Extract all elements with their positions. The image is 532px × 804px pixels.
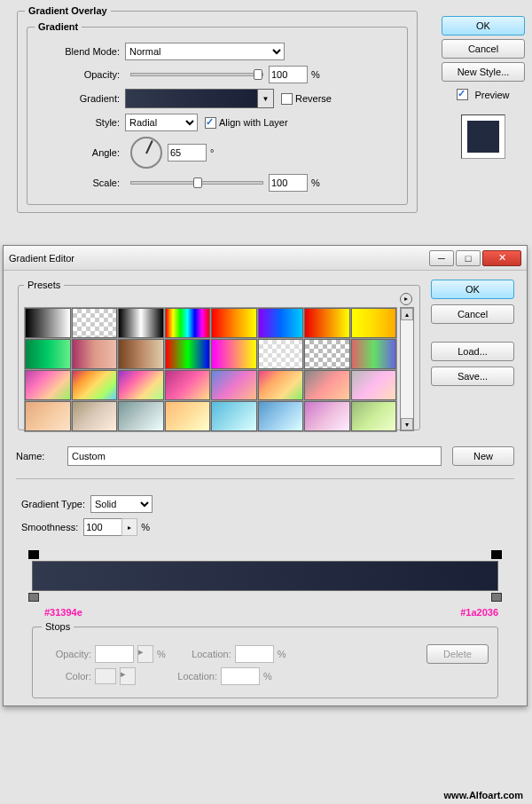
preset-swatch[interactable] — [118, 339, 164, 369]
preset-swatch[interactable] — [118, 370, 164, 400]
preset-swatch[interactable] — [72, 370, 118, 400]
preset-swatch[interactable] — [72, 339, 118, 369]
scale-input[interactable] — [269, 174, 308, 192]
preset-swatch[interactable] — [351, 308, 397, 338]
color-stop-left[interactable] — [28, 593, 39, 603]
ok-button[interactable]: OK — [442, 16, 525, 35]
angle-knob[interactable] — [130, 137, 162, 169]
preset-swatch[interactable] — [165, 339, 211, 369]
preset-swatch[interactable] — [25, 308, 71, 338]
preset-grid[interactable] — [24, 307, 397, 432]
stops-opacity-label: Opacity: — [42, 649, 91, 659]
align-label: Align with Layer — [219, 117, 288, 128]
reverse-label: Reverse — [295, 93, 332, 104]
preset-swatch[interactable] — [351, 401, 397, 431]
preset-swatch[interactable] — [165, 401, 211, 431]
preset-swatch[interactable] — [258, 308, 304, 338]
preset-swatch[interactable] — [211, 308, 257, 338]
preset-swatch[interactable] — [118, 401, 164, 431]
stops-delete-button[interactable]: Delete — [426, 644, 489, 664]
preset-swatch[interactable] — [258, 401, 304, 431]
align-checkbox[interactable] — [205, 117, 216, 129]
titlebar[interactable]: Gradient Editor ─ □ ✕ — [4, 246, 527, 271]
presets-flyout-icon[interactable]: ▸ — [400, 293, 412, 305]
preset-swatch[interactable] — [304, 339, 350, 369]
preset-swatch[interactable] — [351, 339, 397, 369]
preset-swatch[interactable] — [72, 401, 118, 431]
stops-location2-input[interactable] — [221, 667, 260, 685]
preview-swatch — [467, 121, 499, 153]
preset-swatch[interactable] — [165, 370, 211, 400]
stops-color-swatch[interactable] — [95, 668, 116, 684]
window-title: Gradient Editor — [9, 253, 429, 264]
preset-swatch[interactable] — [72, 308, 118, 338]
preset-swatch[interactable] — [165, 308, 211, 338]
new-style-button[interactable]: New Style... — [442, 62, 525, 82]
preview-label: Preview — [474, 90, 509, 100]
opacity-slider[interactable] — [130, 73, 263, 76]
stops-opacity-arrow[interactable]: ▸ — [137, 645, 153, 663]
gradient-overlay-fieldset: Gradient Overlay Gradient Blend Mode: No… — [17, 5, 418, 213]
smoothness-input[interactable] — [83, 518, 122, 536]
ge-save-button[interactable]: Save... — [431, 367, 514, 386]
angle-label: Angle: — [35, 147, 120, 158]
gradient-inner-title: Gradient — [35, 21, 82, 32]
preset-swatch[interactable] — [351, 370, 397, 400]
blend-mode-label: Blend Mode: — [35, 46, 120, 57]
stops-location2-pct: % — [263, 671, 272, 682]
stops-location1-input[interactable] — [235, 645, 274, 663]
preset-swatch[interactable] — [304, 308, 350, 338]
scroll-up-icon[interactable]: ▴ — [401, 308, 413, 320]
opacity-stop-left[interactable] — [28, 550, 39, 561]
preset-swatch[interactable] — [258, 370, 304, 400]
ge-ok-button[interactable]: OK — [431, 280, 514, 299]
preset-swatch[interactable] — [304, 401, 350, 431]
preset-swatch[interactable] — [211, 370, 257, 400]
stops-opacity-input[interactable] — [95, 645, 134, 663]
preset-swatch[interactable] — [25, 370, 71, 400]
color-stop-right[interactable] — [491, 593, 502, 603]
presets-fieldset: Presets ▸ ▴ ▾ — [18, 280, 420, 430]
smoothness-arrow-icon[interactable]: ▸ — [121, 518, 137, 536]
stops-location1-pct: % — [278, 649, 286, 659]
reverse-checkbox[interactable] — [281, 93, 293, 105]
style-select[interactable]: Radial — [125, 114, 198, 131]
gradient-overlay-title: Gradient Overlay — [25, 5, 111, 16]
scale-slider[interactable] — [130, 181, 263, 185]
gradient-picker-arrow[interactable] — [258, 89, 274, 108]
presets-scrollbar[interactable]: ▴ ▾ — [400, 307, 414, 431]
preview-swatch-box — [461, 114, 505, 159]
preset-swatch[interactable] — [118, 308, 164, 338]
close-button[interactable]: ✕ — [482, 250, 521, 266]
ge-cancel-button[interactable]: Cancel — [431, 304, 514, 324]
stops-color-arrow[interactable]: ▸ — [120, 667, 136, 685]
name-input[interactable] — [67, 446, 442, 466]
angle-input[interactable] — [168, 144, 207, 162]
opacity-label: Opacity: — [35, 69, 120, 80]
preview-checkbox[interactable] — [457, 89, 468, 100]
preset-swatch[interactable] — [25, 401, 71, 431]
maximize-button[interactable]: □ — [456, 250, 481, 266]
opacity-stop-right[interactable] — [491, 550, 502, 561]
gradient-type-label: Gradient Type: — [21, 499, 85, 509]
stops-opacity-pct: % — [157, 649, 166, 659]
scroll-down-icon[interactable]: ▾ — [401, 418, 413, 430]
minimize-button[interactable]: ─ — [429, 250, 454, 266]
cancel-button[interactable]: Cancel — [442, 39, 525, 59]
style-label: Style: — [35, 117, 120, 128]
ge-load-button[interactable]: Load... — [431, 342, 514, 361]
preset-swatch[interactable] — [25, 339, 71, 369]
hex-right-label: #1a2036 — [460, 607, 498, 618]
preset-swatch[interactable] — [211, 339, 257, 369]
opacity-input[interactable] — [269, 66, 308, 83]
pct-unit: % — [311, 69, 320, 80]
stops-location2-label: Location: — [155, 671, 217, 682]
gradient-type-select[interactable]: Solid — [90, 495, 153, 513]
preset-swatch[interactable] — [211, 401, 257, 431]
blend-mode-select[interactable]: Normal — [125, 43, 285, 60]
gradient-strip[interactable] — [32, 561, 498, 591]
preset-swatch[interactable] — [304, 370, 350, 400]
preset-swatch[interactable] — [258, 339, 304, 369]
gradient-picker[interactable] — [125, 89, 258, 108]
ge-new-button[interactable]: New — [452, 446, 514, 466]
